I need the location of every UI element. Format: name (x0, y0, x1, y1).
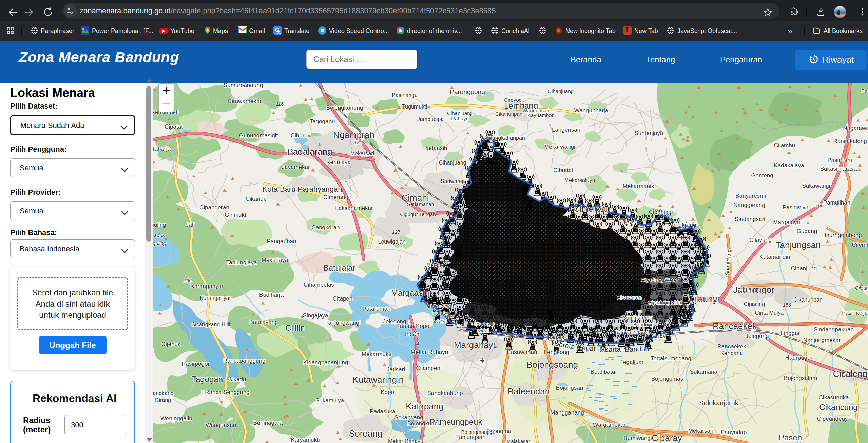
svg-text:Katapang: Katapang (406, 401, 443, 411)
svg-text:Pasirlangu: Pasirlangu (392, 92, 418, 98)
svg-text:Cigugur Tengah: Cigugur Tengah (400, 211, 436, 217)
svg-text:Jatimukti: Jatimukti (740, 287, 761, 293)
svg-text:Cileunyi: Cileunyi (688, 294, 719, 304)
svg-text:Girimukti: Girimukti (225, 212, 247, 218)
svg-text:Tanjungwangi: Tanjungwangi (325, 320, 361, 326)
svg-text:Cisaranten: Cisaranten (617, 295, 642, 301)
svg-text:Cipangeran: Cipangeran (199, 204, 229, 211)
svg-text:Ciparay: Ciparay (652, 433, 682, 443)
svg-text:Mekarsaluyu: Mekarsaluyu (564, 177, 595, 183)
svg-text:Girang: Girang (155, 397, 171, 403)
svg-text:Manggahang: Manggahang (550, 409, 584, 416)
svg-text:121: 121 (354, 140, 362, 145)
svg-text:166: 166 (815, 203, 824, 208)
svg-text:Sindangsari: Sindangsari (735, 216, 765, 223)
svg-text:Cijenuk: Cijenuk (161, 341, 181, 347)
svg-text:Cilemb: Cilemb (852, 242, 868, 248)
svg-text:135: 135 (456, 323, 464, 329)
svg-text:Rancabolang: Rancabolang (615, 330, 649, 336)
svg-text:Lengkong: Lengkong (544, 349, 570, 355)
svg-text:Kayuambon: Kayuambon (527, 112, 555, 118)
svg-text:Cilampeni: Cilampeni (416, 365, 442, 371)
svg-text:Kutawaringin: Kutawaringin (353, 374, 404, 385)
svg-text:glaya: glaya (622, 218, 635, 224)
svg-text:Cihanjuang: Cihanjuang (447, 110, 473, 116)
svg-text:Haurpugur: Haurpugur (785, 354, 813, 361)
svg-text:Cikande: Cikande (246, 196, 267, 202)
svg-text:Bojongkunci: Bojongkunci (407, 420, 439, 427)
svg-text:Cinanjung: Cinanjung (791, 265, 817, 272)
svg-text:Cililin: Cililin (285, 323, 305, 332)
svg-text:Panyadap: Panyadap (721, 429, 747, 436)
svg-text:Rancapanggung: Rancapanggung (223, 358, 266, 364)
svg-text:Padaasih: Padaasih (423, 145, 447, 151)
svg-text:Bumiwangi: Bumiwangi (623, 435, 652, 441)
svg-text:Cipagalo: Cipagalo (543, 334, 564, 340)
svg-text:Tegalsumedang: Tegalsumedang (651, 355, 691, 362)
svg-text:Paseh: Paseh (779, 433, 802, 442)
svg-text:127: 127 (392, 229, 401, 235)
svg-text:Cihanjuang: Cihanjuang (548, 88, 574, 94)
svg-text:Bojongkoneng: Bojongkoneng (326, 104, 363, 111)
svg-text:Weninggalih: Weninggalih (160, 415, 192, 422)
svg-text:Cihampelas: Cihampelas (304, 282, 334, 288)
svg-text:Wargamekar: Wargamekar (593, 422, 626, 428)
svg-text:Batulayang: Batulayang (249, 319, 278, 325)
svg-text:Laksanamekar: Laksanamekar (335, 205, 373, 211)
svg-text:Bojongsoang: Bojongsoang (526, 360, 578, 370)
svg-text:Tagogan: Tagogan (192, 374, 223, 384)
svg-text:Cimenyan: Cimenyan (574, 204, 611, 213)
svg-text:Mekarmanik: Mekarmanik (623, 183, 654, 189)
svg-text:Cihanjuang: Cihanjuang (439, 160, 466, 166)
svg-text:Pamulihan: Pamulihan (823, 199, 850, 206)
svg-text:Cikasungka: Cikasungka (819, 394, 849, 401)
svg-text:Wangunsari: Wangunsari (206, 422, 236, 428)
svg-text:Sekarwangi: Sekarwangi (394, 414, 425, 421)
svg-text:Cikadu: Cikadu (228, 376, 246, 383)
svg-text:Cipanjalu: Cipanjalu (649, 209, 673, 215)
svg-text:Margaasih: Margaasih (391, 288, 429, 297)
svg-text:Kadakajaya: Kadakajaya (774, 162, 804, 169)
svg-text:Kidul: Kidul (477, 328, 488, 333)
svg-text:Margaluyu: Margaluyu (773, 219, 800, 226)
svg-text:Cinta Mulya: Cinta Mulya (755, 310, 784, 316)
svg-text:Mekarmukti: Mekarmukti (362, 351, 391, 358)
svg-text:Rancaekek: Rancaekek (717, 343, 746, 350)
svg-text:Tugumukti: Tugumukti (402, 104, 427, 110)
svg-text:Pasirnanju: Pasirnanju (842, 310, 868, 316)
svg-text:Kutamandiri: Kutamandiri (759, 254, 790, 260)
svg-text:Mekarjaya: Mekarjaya (262, 257, 288, 263)
svg-text:Cijambu: Cijambu (774, 142, 795, 149)
svg-text:Indah: Indah (405, 331, 420, 338)
svg-text:Suntenjaya: Suntenjaya (634, 130, 663, 136)
svg-text:Karanganyar: Karanganyar (190, 283, 224, 289)
svg-text:otaharja: otaharja (153, 146, 171, 152)
svg-text:Margahayu: Margahayu (454, 340, 498, 350)
svg-text:Mekar Rahayu: Mekar Rahayu (411, 349, 448, 355)
svg-text:Cireyod: Cireyod (504, 97, 522, 103)
svg-text:Langensari: Langensari (552, 127, 580, 133)
svg-text:Mekarwangi: Mekarwangi (544, 143, 575, 150)
svg-text:4: 4 (416, 341, 419, 346)
svg-text:Cikahuripan: Cikahuripan (793, 297, 822, 303)
svg-text:Jambudipa: Jambudipa (417, 116, 444, 122)
svg-text:Sukasirnarasa: Sukasirnarasa (820, 166, 857, 172)
svg-text:Kertajaya: Kertajaya (326, 159, 351, 166)
svg-text:Cipeundeuy: Cipeundeuy (817, 416, 848, 422)
svg-text:Melong: Melong (426, 262, 444, 268)
svg-text:Summarecon: Summarecon (623, 315, 653, 321)
svg-text:Setiamanah: Setiamanah (407, 201, 434, 207)
svg-text:Leuwigajah: Leuwigajah (378, 239, 406, 245)
svg-text:Sukamanah: Sukamanah (690, 369, 721, 375)
svg-text:✈: ✈ (478, 358, 486, 364)
svg-text:Singajaya: Singajaya (303, 312, 328, 319)
svg-text:Pangauban: Pangauban (267, 238, 296, 245)
svg-text:Cicalengka: Cicalengka (833, 369, 868, 379)
svg-text:149: 149 (657, 334, 666, 339)
svg-text:Bandung: Bandung (633, 322, 654, 327)
svg-text:Tanjungjaya: Tanjungjaya (226, 259, 257, 266)
svg-text:Gunungmasigit: Gunungmasigit (239, 132, 278, 139)
svg-text:Kopo: Kopo (381, 389, 394, 396)
svg-text:132: 132 (436, 319, 444, 324)
svg-text:Pan: Pan (861, 88, 868, 94)
